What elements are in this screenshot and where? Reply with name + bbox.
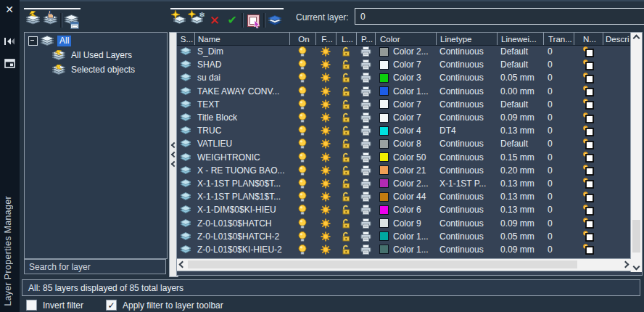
layer-vp-freeze-icon[interactable] <box>574 45 603 58</box>
layer-plot-icon[interactable] <box>356 151 375 164</box>
layer-lock-icon[interactable] <box>336 216 356 229</box>
tree-collapse-icon[interactable] <box>28 36 38 46</box>
layer-plot-icon[interactable] <box>356 85 375 98</box>
layer-vp-freeze-icon[interactable] <box>574 243 603 256</box>
vertical-scrollbar[interactable] <box>630 33 642 272</box>
layer-on-icon[interactable] <box>289 164 315 177</box>
layer-lineweight[interactable]: Default <box>497 137 543 150</box>
layer-color-cell[interactable]: Color 7 <box>375 111 436 124</box>
layer-plot-icon[interactable] <box>356 243 375 256</box>
layer-name[interactable]: TAKE AWAY CONV... <box>194 85 289 98</box>
layer-lineweight[interactable]: 0.15 mm <box>497 151 543 164</box>
layer-lineweight[interactable]: 0.05 mm <box>497 230 543 243</box>
layer-name[interactable]: Title Block <box>194 111 289 124</box>
layer-name[interactable]: X-1-1ST PLAN$0$T... <box>194 177 289 190</box>
table-row[interactable]: Z-0-L01$0$HATCH <box>177 216 631 229</box>
table-row[interactable]: X-1-DIM$0$KI-HIEU <box>177 203 631 216</box>
layer-linetype[interactable]: Continuous <box>436 230 497 243</box>
table-row[interactable]: WEIGHTRONIC <box>177 151 631 164</box>
layer-freeze-icon[interactable] <box>315 177 336 190</box>
layer-vp-freeze-icon[interactable] <box>574 71 603 84</box>
layer-freeze-icon[interactable] <box>315 71 336 84</box>
layer-color-cell[interactable]: Color 3 <box>375 71 436 84</box>
table-row[interactable]: su dai <box>177 71 631 84</box>
layer-linetype[interactable]: X-1-1ST P... <box>436 177 497 190</box>
layer-color-cell[interactable]: Color 6 <box>375 203 436 216</box>
layer-lineweight[interactable]: 0.09 mm <box>497 216 543 229</box>
layer-vp-freeze-icon[interactable] <box>574 111 603 124</box>
layer-vp-freeze-icon[interactable] <box>574 230 603 243</box>
layer-on-icon[interactable] <box>289 151 315 164</box>
layer-plot-icon[interactable] <box>356 164 375 177</box>
layer-transparency[interactable]: 0 <box>543 111 574 124</box>
layer-transparency[interactable]: 0 <box>543 216 574 229</box>
layer-vp-freeze-icon[interactable] <box>574 151 603 164</box>
layer-lock-icon[interactable] <box>336 164 356 177</box>
scroll-up-icon[interactable] <box>631 33 642 44</box>
layer-plot-icon[interactable] <box>356 98 375 111</box>
table-row[interactable]: SHAD <box>177 58 631 71</box>
layer-name[interactable]: Z-0-L01$0$HATCH <box>194 216 289 229</box>
table-row[interactable]: X - RE TUONG BAO... <box>177 164 631 177</box>
layer-lock-icon[interactable] <box>336 111 356 124</box>
layer-linetype[interactable]: Continuous <box>436 85 497 98</box>
layer-transparency[interactable]: 0 <box>543 203 574 216</box>
new-layer-button[interactable] <box>170 12 188 29</box>
auto-hide-icon[interactable] <box>3 35 16 48</box>
properties-menu-icon[interactable] <box>3 57 16 70</box>
layer-linetype[interactable]: Continuous <box>436 243 497 256</box>
horizontal-scrollbar-thumb[interactable] <box>188 260 577 268</box>
layer-name[interactable]: su dai <box>194 71 289 84</box>
table-row[interactable]: TAKE AWAY CONV... <box>177 85 631 98</box>
table-row[interactable]: X-1-1ST PLAN$1$T... <box>177 190 631 203</box>
column-header-linetype[interactable]: Linetype <box>436 33 497 45</box>
layer-color-cell[interactable]: Color 4 <box>375 124 436 137</box>
layer-color-cell[interactable]: Color 1... <box>375 85 436 98</box>
column-header-color[interactable]: Color <box>375 33 436 45</box>
layer-transparency[interactable]: 0 <box>543 124 574 137</box>
layer-linetype[interactable]: Continuous <box>436 216 497 229</box>
scroll-down-icon[interactable] <box>631 261 642 272</box>
search-input[interactable] <box>24 259 166 274</box>
layer-color-cell[interactable]: Color 2... <box>375 45 436 58</box>
layer-freeze-icon[interactable] <box>315 98 336 111</box>
column-header-lock[interactable]: L... <box>336 33 356 45</box>
table-row[interactable]: Title Block <box>177 111 631 124</box>
layer-linetype[interactable]: Continuous <box>436 98 497 111</box>
layer-color-cell[interactable]: Color 7 <box>375 58 436 71</box>
layer-plot-icon[interactable] <box>356 177 375 190</box>
layer-plot-icon[interactable] <box>356 190 375 203</box>
column-header-new-vp-freeze[interactable]: N... <box>574 33 603 45</box>
column-header-description[interactable]: Descri <box>603 33 631 45</box>
layer-linetype[interactable]: Continuous <box>436 71 497 84</box>
layer-on-icon[interactable] <box>289 190 315 203</box>
set-current-button[interactable]: ✔ <box>223 12 241 29</box>
layer-freeze-icon[interactable] <box>315 230 336 243</box>
layer-freeze-icon[interactable] <box>315 124 336 137</box>
layer-name[interactable]: Z-0-L01$0$HATCH-2 <box>194 230 289 243</box>
layer-linetype[interactable]: Continuous <box>436 45 497 58</box>
layer-name[interactable]: TEXT <box>194 98 289 111</box>
layer-lock-icon[interactable] <box>336 151 356 164</box>
layer-lock-icon[interactable] <box>336 190 356 203</box>
column-header-on[interactable]: On <box>289 33 315 45</box>
layer-lineweight[interactable]: 0.20 mm <box>497 164 543 177</box>
layer-freeze-icon[interactable] <box>315 243 336 256</box>
layer-lock-icon[interactable] <box>336 243 356 256</box>
layer-lock-icon[interactable] <box>336 137 356 150</box>
layer-plot-icon[interactable] <box>356 137 375 150</box>
layer-color-cell[interactable]: Color 8 <box>375 137 436 150</box>
layer-color-cell[interactable]: Color 2... <box>375 177 436 190</box>
layer-lock-icon[interactable] <box>336 98 356 111</box>
layer-linetype[interactable]: Continuous <box>436 190 497 203</box>
layer-lineweight[interactable]: Default <box>497 98 543 111</box>
layer-color-cell[interactable]: Color 21 <box>375 164 436 177</box>
layer-transparency[interactable]: 0 <box>543 85 574 98</box>
layer-lock-icon[interactable] <box>336 45 356 58</box>
new-property-filter-button[interactable] <box>24 12 41 29</box>
horizontal-scrollbar[interactable] <box>177 258 631 271</box>
layer-vp-freeze-icon[interactable] <box>574 164 603 177</box>
layer-transparency[interactable]: 0 <box>543 230 574 243</box>
layer-linetype[interactable]: Continuous <box>436 151 497 164</box>
layer-transparency[interactable]: 0 <box>543 137 574 150</box>
